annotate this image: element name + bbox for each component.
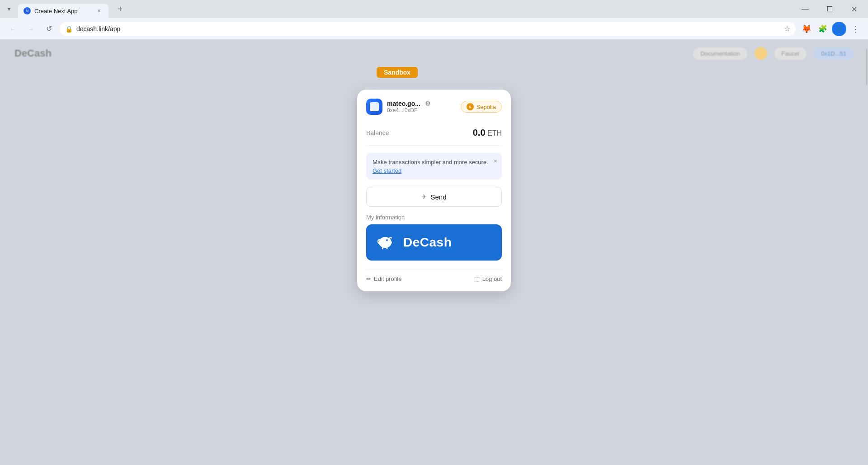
my-information-label: My information: [366, 214, 502, 221]
log-out-button[interactable]: ⬚ Log out: [474, 275, 502, 282]
fox-icon: 🦊: [802, 24, 811, 34]
balance-currency: ETH: [487, 129, 502, 137]
network-label: Sepolia: [476, 104, 496, 110]
scrollbar-track[interactable]: [865, 40, 868, 465]
address-bar[interactable]: 🔒 decash.link/app ☆: [60, 22, 796, 36]
log-out-icon: ⬚: [474, 275, 480, 282]
profile-icon: 👤: [835, 25, 843, 33]
send-button[interactable]: ✈ Send: [366, 187, 502, 207]
window-controls: — ⧠ ✕: [795, 2, 864, 16]
avatar-inner-shape: [370, 102, 379, 111]
extensions-area: 🦊 🧩 👤 ⋮: [799, 22, 863, 36]
more-options-button[interactable]: ⋮: [848, 22, 863, 36]
minimize-button[interactable]: —: [795, 2, 816, 16]
lock-icon: 🔒: [65, 25, 73, 33]
account-name-block: mateo.go... ⚙ 0xe4...l0xDF: [387, 100, 431, 114]
new-tab-button[interactable]: +: [114, 3, 127, 15]
account-address: 0xe4...l0xDF: [387, 107, 431, 114]
navigation-toolbar: ← → ↺ 🔒 decash.link/app ☆ 🦊 🧩 👤 ⋮: [0, 18, 868, 40]
reload-button[interactable]: ↺: [42, 22, 56, 36]
tab-close-button[interactable]: ×: [95, 7, 103, 15]
active-tab[interactable]: N Create Next App ×: [18, 4, 108, 18]
send-label: Send: [430, 193, 446, 201]
account-name-text: mateo.go...: [387, 100, 420, 107]
edit-icon: ✏: [366, 275, 371, 282]
popup-overlay: mateo.go... ⚙ 0xe4...l0xDF S Sepolia Bal…: [0, 40, 868, 465]
balance-label: Balance: [366, 129, 389, 137]
fox-extension-button[interactable]: 🦊: [799, 22, 814, 36]
network-dot: S: [467, 103, 474, 110]
account-info: mateo.go... ⚙ 0xe4...l0xDF: [366, 99, 431, 115]
extensions-button[interactable]: 🧩: [816, 22, 830, 36]
page-content: DeCash Documentation Faucet 0x1D...51 Sa…: [0, 40, 868, 465]
balance-row: Balance 0.0 ETH: [366, 124, 502, 146]
forward-button[interactable]: →: [24, 22, 38, 36]
browser-frame: ▾ N Create Next App × + — ⧠ ✕ ← → ↺ 🔒 de…: [0, 0, 868, 465]
account-avatar: [366, 99, 382, 115]
sandbox-badge: Sandbox: [377, 67, 418, 78]
balance-amount: 0.0 ETH: [473, 128, 502, 138]
decash-banner[interactable]: DeCash: [366, 224, 502, 261]
send-icon: ✈: [421, 193, 427, 200]
network-badge[interactable]: S Sepolia: [461, 101, 502, 113]
title-bar: ▾ N Create Next App × + — ⧠ ✕: [0, 0, 868, 18]
tab-strip: N Create Next App ×: [18, 0, 108, 18]
profile-button[interactable]: 👤: [832, 22, 846, 36]
info-banner: × Make transactions simpler and more sec…: [366, 153, 502, 180]
card-header: mateo.go... ⚙ 0xe4...l0xDF S Sepolia: [366, 99, 502, 115]
puzzle-icon: 🧩: [818, 24, 827, 33]
url-text: decash.link/app: [76, 25, 780, 33]
tab-title: Create Next App: [34, 8, 91, 14]
account-name: mateo.go... ⚙: [387, 100, 431, 107]
info-close-button[interactable]: ×: [494, 157, 497, 165]
tab-list-dropdown[interactable]: ▾: [4, 4, 14, 14]
balance-value: 0.0: [473, 128, 486, 138]
decash-logo-text: DeCash: [403, 235, 452, 250]
popup-card: mateo.go... ⚙ 0xe4...l0xDF S Sepolia Bal…: [357, 90, 511, 291]
piggy-bank-icon: [375, 232, 397, 253]
edit-profile-label: Edit profile: [374, 275, 401, 282]
maximize-button[interactable]: ⧠: [819, 2, 840, 16]
info-text: Make transactions simpler and more secur…: [373, 158, 495, 166]
edit-profile-button[interactable]: ✏ Edit profile: [366, 275, 401, 282]
bookmark-star-icon[interactable]: ☆: [784, 24, 790, 33]
get-started-link[interactable]: Get started: [373, 167, 495, 174]
close-button[interactable]: ✕: [844, 2, 864, 16]
back-button[interactable]: ←: [5, 22, 20, 36]
settings-icon[interactable]: ⚙: [425, 100, 431, 107]
tab-favicon: N: [24, 7, 31, 14]
log-out-label: Log out: [482, 275, 502, 282]
svg-point-2: [386, 239, 388, 241]
card-footer: ✏ Edit profile ⬚ Log out: [366, 270, 502, 282]
scrollbar-thumb: [866, 49, 868, 85]
